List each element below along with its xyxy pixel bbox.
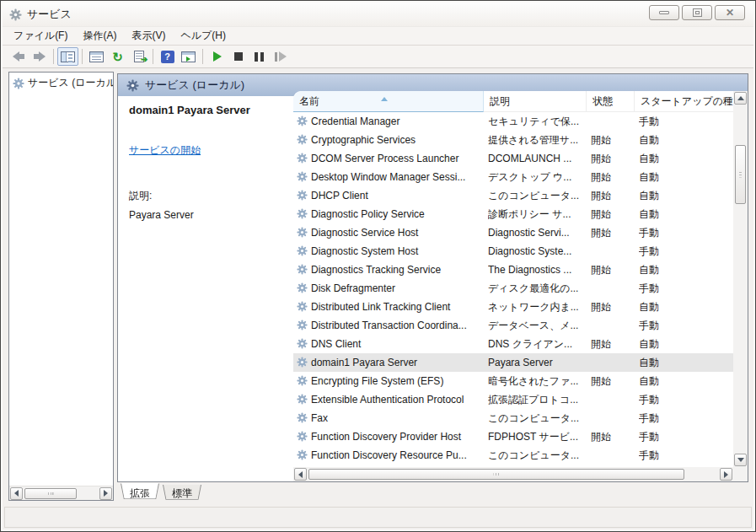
service-description-cell: Payara Server xyxy=(488,353,585,372)
services-window: サービス ✕ ファイル(F) 操作(A) 表示(V) ヘルプ(H) ↻ xyxy=(0,0,756,532)
properties-icon xyxy=(89,51,104,62)
scrollbar-corner xyxy=(733,467,748,481)
start-service-link[interactable]: サービスの開始 xyxy=(129,143,201,158)
service-name-cell: Function Discovery Resource Pu... xyxy=(311,446,482,465)
scrollbar-thumb[interactable] xyxy=(308,469,684,480)
show-action-pane-button[interactable] xyxy=(178,47,199,66)
service-row[interactable]: Cryptographic Services 提供される管理サ... 開始 自動 xyxy=(293,131,733,149)
service-description-cell: このコンピュータ... xyxy=(488,409,585,427)
properties-button[interactable] xyxy=(86,47,107,66)
column-header-startup-type[interactable]: スタートアップの種類 xyxy=(635,91,733,112)
export-list-button[interactable] xyxy=(128,47,149,66)
scroll-up-button[interactable] xyxy=(734,92,747,105)
tab-standard[interactable]: 標準 xyxy=(163,485,201,502)
service-row[interactable]: Diagnostic Service Host Diagnostic Servi… xyxy=(293,223,733,242)
service-status-cell xyxy=(591,316,633,335)
service-status-cell xyxy=(591,242,633,261)
toolbar-separator xyxy=(53,49,54,64)
service-gear-icon xyxy=(297,412,308,423)
help-icon: ? xyxy=(161,51,174,63)
service-status-cell: 開始 xyxy=(591,335,633,353)
service-row[interactable]: Fax このコンピュータ... 手動 xyxy=(293,409,733,427)
restart-service-button[interactable] xyxy=(270,47,291,66)
scroll-left-button[interactable] xyxy=(294,468,307,481)
service-status-cell: 開始 xyxy=(591,205,633,223)
service-gear-icon xyxy=(297,190,308,201)
pause-service-button[interactable] xyxy=(249,47,270,66)
service-name-cell: Diagnostic Policy Service xyxy=(311,205,482,223)
service-startup-cell: 自動 xyxy=(639,372,733,390)
menu-file[interactable]: ファイル(F) xyxy=(6,26,75,46)
close-button[interactable]: ✕ xyxy=(715,5,745,20)
service-gear-icon xyxy=(297,320,308,330)
service-description-cell: FDPHOST サービ... xyxy=(488,427,585,446)
service-gear-icon xyxy=(297,171,308,182)
services-gear-icon xyxy=(126,79,139,92)
menu-help[interactable]: ヘルプ(H) xyxy=(173,26,233,46)
service-startup-cell: 手動 xyxy=(639,446,733,465)
selected-service-name: domain1 Payara Server xyxy=(129,104,293,116)
scroll-right-button[interactable] xyxy=(720,468,732,481)
service-name-cell: Disk Defragmenter xyxy=(311,279,482,298)
service-status-cell xyxy=(591,446,633,465)
service-row[interactable]: Credential Manager セキュリティで保... 手動 xyxy=(293,112,733,131)
scroll-right-button[interactable] xyxy=(99,487,112,500)
service-row[interactable]: Desktop Window Manager Sessi... デスクトップ ウ… xyxy=(293,168,733,186)
service-row[interactable]: Extensible Authentication Protocol 拡張認証プ… xyxy=(293,390,733,409)
service-startup-cell: 自動 xyxy=(639,168,733,186)
service-row[interactable]: Diagnostic Policy Service 診断ポリシー サ... 開始… xyxy=(293,205,733,223)
tree-item-services-local[interactable]: サービス (ローカル) xyxy=(9,73,113,93)
service-status-cell: 開始 xyxy=(591,427,633,446)
scrollbar-thumb[interactable] xyxy=(24,488,77,499)
service-row[interactable]: Diagnostic System Host Diagnostic Syste.… xyxy=(293,242,733,261)
service-row[interactable]: Diagnostics Tracking Service The Diagnos… xyxy=(293,261,733,279)
service-status-cell xyxy=(591,353,633,372)
service-row[interactable]: Encrypting File System (EFS) 暗号化されたファ...… xyxy=(293,372,733,390)
service-startup-cell: 自動 xyxy=(639,186,733,205)
service-rows: Credential Manager セキュリティで保... 手動 Crypto… xyxy=(293,112,733,467)
service-description-cell: ディスク最適化の... xyxy=(488,279,585,298)
service-row[interactable]: Function Discovery Resource Pu... このコンピュ… xyxy=(293,446,733,465)
service-row[interactable]: DNS Client DNS クライアン... 開始 自動 xyxy=(293,335,733,353)
service-row[interactable]: Distributed Link Tracking Client ネットワーク内… xyxy=(293,298,733,316)
help-button[interactable]: ? xyxy=(157,47,178,66)
menu-view[interactable]: 表示(V) xyxy=(124,26,173,46)
service-row[interactable]: domain1 Payara Server Payara Server 自動 xyxy=(293,353,733,372)
minimize-button[interactable] xyxy=(649,5,679,20)
refresh-button[interactable]: ↻ xyxy=(107,47,128,66)
services-gear-icon xyxy=(9,8,22,21)
view-tabs: 拡張 標準 xyxy=(121,485,201,502)
service-startup-cell: 手動 xyxy=(639,316,733,335)
column-header-status[interactable]: 状態 xyxy=(587,91,635,112)
service-name-cell: Distributed Transaction Coordina... xyxy=(311,316,482,335)
service-gear-icon xyxy=(297,208,308,219)
services-gear-icon xyxy=(13,78,24,89)
stop-service-button[interactable] xyxy=(228,47,249,66)
service-row[interactable]: Disk Defragmenter ディスク最適化の... 手動 xyxy=(293,279,733,298)
toolbar-separator xyxy=(82,49,83,64)
service-row[interactable]: Distributed Transaction Coordina... データベ… xyxy=(293,316,733,335)
scroll-down-button[interactable] xyxy=(734,454,747,466)
forward-button[interactable] xyxy=(29,47,50,66)
show-action-pane-icon xyxy=(181,51,196,62)
refresh-icon: ↻ xyxy=(112,51,123,63)
tab-extended[interactable]: 拡張 xyxy=(121,485,159,502)
scroll-left-button[interactable] xyxy=(10,487,23,500)
service-gear-icon xyxy=(297,282,308,293)
restore-button[interactable] xyxy=(682,5,712,20)
column-header-name[interactable]: 名前 xyxy=(293,91,484,112)
service-row[interactable]: Function Discovery Provider Host FDPHOST… xyxy=(293,427,733,446)
menu-action[interactable]: 操作(A) xyxy=(75,26,124,46)
service-name-cell: Diagnostic Service Host xyxy=(311,223,482,242)
export-list-icon xyxy=(134,51,144,62)
service-row[interactable]: DHCP Client このコンピュータ... 開始 自動 xyxy=(293,186,733,205)
main-area: サービス (ローカル) サービス (ローカル) domain1 Payara S… xyxy=(3,70,753,504)
service-row[interactable]: DCOM Server Process Launcher DCOMLAUNCH … xyxy=(293,149,733,168)
service-description-cell: 暗号化されたファ... xyxy=(488,372,585,390)
scrollbar-thumb[interactable] xyxy=(735,145,746,204)
service-startup-cell: 自動 xyxy=(639,353,733,372)
start-service-button[interactable] xyxy=(206,47,228,66)
column-header-description[interactable]: 説明 xyxy=(484,91,587,112)
show-console-tree-button[interactable] xyxy=(57,47,78,66)
back-button[interactable] xyxy=(8,47,29,66)
